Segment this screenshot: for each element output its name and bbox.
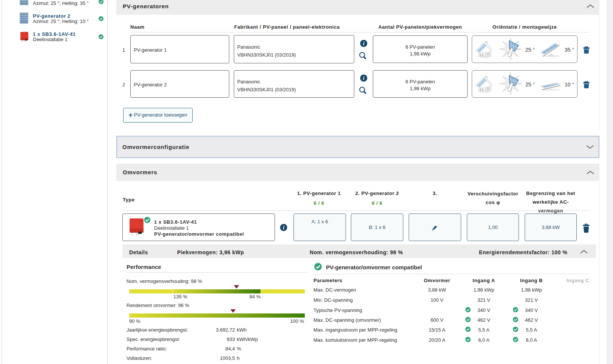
svg-text:i: i: [363, 41, 364, 46]
svg-text:i: i: [283, 225, 284, 230]
svg-text:i: i: [363, 75, 364, 81]
